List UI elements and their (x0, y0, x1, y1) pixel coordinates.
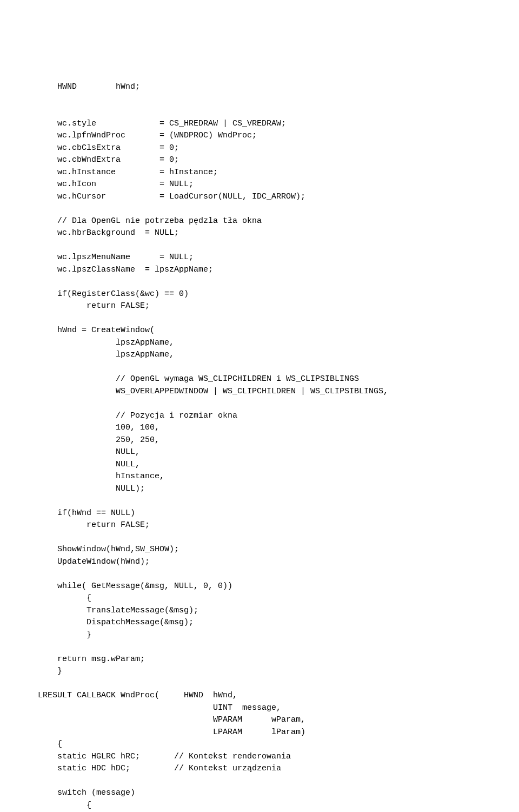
source-code-block: HWND hWnd; wc.style = CS_HREDRAW | CS_VR… (38, 81, 481, 812)
